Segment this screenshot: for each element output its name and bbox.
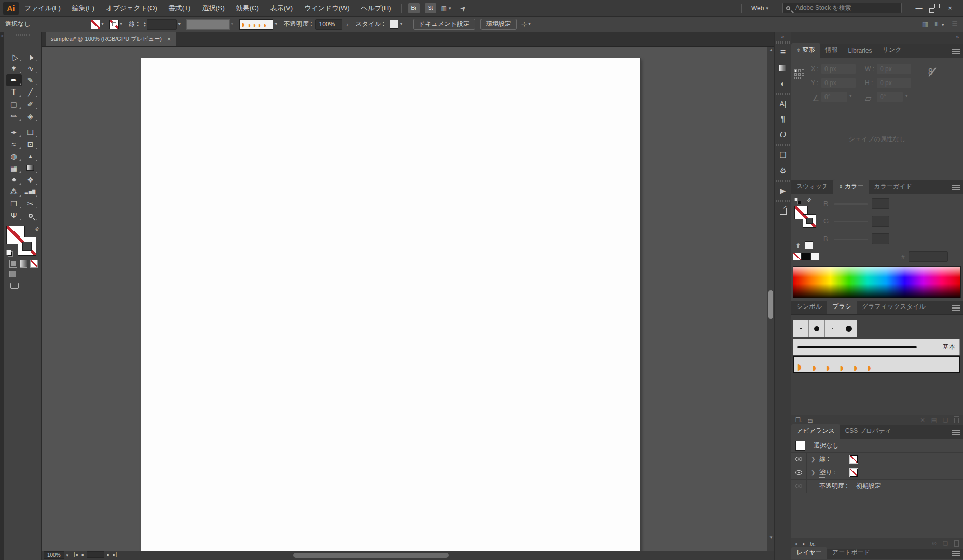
panel-menu-icon[interactable] <box>952 551 960 557</box>
add-effect-icon[interactable]: fx. <box>810 541 816 547</box>
tab-artboards[interactable]: アートボード <box>827 547 875 559</box>
opacity-input[interactable]: 100% <box>315 19 342 30</box>
tab-appearance[interactable]: アピアランス <box>791 424 840 439</box>
basic-brush-item[interactable]: 基本 <box>793 339 960 355</box>
clear-appearance-icon[interactable]: ⊘ <box>932 540 937 547</box>
paintbrush-tool[interactable]: ✐ <box>23 98 38 110</box>
swap-fill-stroke-icon[interactable]: ⇄ <box>33 225 40 232</box>
b-slider[interactable] <box>834 239 868 240</box>
expand-chevron-icon[interactable]: ❯ <box>811 470 815 475</box>
tab-color-guide[interactable]: カラーガイド <box>869 179 917 194</box>
gradient-mode-button[interactable] <box>20 260 27 268</box>
line-segment-tool[interactable]: ╱ <box>23 86 38 98</box>
panel-menu-icon[interactable] <box>952 430 960 436</box>
export-panel-icon[interactable]: ↗ <box>775 203 791 219</box>
stroke-none-chip[interactable] <box>850 455 858 463</box>
free-transform-tool[interactable]: ⊡ <box>23 138 38 150</box>
dock-options-icon[interactable]: ⊪▾ <box>934 20 945 28</box>
transparency-panel-icon[interactable]: ◐ <box>775 76 791 91</box>
duplicate-item-icon[interactable]: ❏ <box>943 540 948 547</box>
add-stroke-icon[interactable]: ▫ <box>795 541 797 547</box>
tab-links[interactable]: リンク <box>877 43 907 58</box>
menu-effect[interactable]: 効果(C) <box>230 0 265 16</box>
gpu-performance-icon[interactable]: ➤ <box>458 3 469 13</box>
stroke-weight-control[interactable]: ▴▾ ▾ <box>144 19 182 30</box>
direct-selection-tool[interactable]: ▲ <box>23 50 38 62</box>
collapse-toolbar-icon[interactable]: « <box>0 32 4 38</box>
stroke-none-swatch[interactable] <box>109 20 119 29</box>
brush-item[interactable] <box>809 320 825 337</box>
visibility-eye-icon[interactable] <box>795 470 802 475</box>
perspective-grid-tool[interactable]: ▲ <box>23 150 38 162</box>
workspace-switcher[interactable]: Web ▾ <box>746 5 774 12</box>
gradient-tool[interactable] <box>23 162 38 174</box>
add-fill-icon[interactable]: ▪ <box>803 541 805 547</box>
pencil-tool[interactable]: ✏ <box>6 110 22 122</box>
none-swatch[interactable] <box>793 253 802 260</box>
vertical-scrollbar[interactable]: ▲ ▼ <box>767 47 774 551</box>
tab-layers[interactable]: レイヤー <box>791 547 827 559</box>
out-of-gamut-icon[interactable]: ⬆ <box>795 242 801 249</box>
brush-item[interactable] <box>825 320 841 337</box>
libraries-panel-icon[interactable]: 🗀 <box>807 417 813 424</box>
magic-wand-tool[interactable]: ✶ <box>6 62 22 74</box>
pointer-options-dropdown[interactable]: ⊹ ▾ <box>521 20 532 28</box>
tab-symbols[interactable]: シンボル <box>791 300 827 314</box>
link-dimensions-icon[interactable]: 8 <box>928 67 933 76</box>
menu-select[interactable]: 選択(S) <box>196 0 230 16</box>
menu-help[interactable]: ヘルプ(H) <box>355 0 397 16</box>
document-tab[interactable]: sampleai* @ 100% (RGB/GPU プレビュー) × <box>46 32 176 46</box>
paragraph-panel-icon[interactable]: ¶ <box>775 111 791 127</box>
menu-object[interactable]: オブジェクト(O) <box>100 0 163 16</box>
appearance-fill-label[interactable]: 塗り : <box>819 468 835 478</box>
shape-builder-tool[interactable]: ◍ <box>6 150 22 162</box>
tab-info[interactable]: 情報 <box>820 43 843 58</box>
brush-definition-dropdown[interactable]: ◗◗◗◗◗ ▾ <box>239 19 279 30</box>
expand-dock-icon[interactable]: « <box>775 32 791 40</box>
menu-window[interactable]: ウィンドウ(W) <box>298 0 355 16</box>
draw-normal-button[interactable] <box>9 271 16 277</box>
character-panel-icon[interactable]: A| <box>775 96 791 111</box>
delete-brush-icon[interactable] <box>954 418 959 423</box>
stock-button[interactable]: St <box>425 3 436 13</box>
panel-menu-icon[interactable] <box>952 49 960 54</box>
tab-brushes[interactable]: ブラシ <box>827 300 857 314</box>
appearance-stroke-label[interactable]: 線 : <box>819 455 829 464</box>
color-stroke-swatch[interactable] <box>803 214 816 228</box>
x-input[interactable]: 0 px <box>821 64 856 74</box>
pen-tool[interactable]: ✒ <box>6 74 22 86</box>
delete-item-icon[interactable] <box>954 541 959 547</box>
rotate-input[interactable]: 0° <box>821 92 847 102</box>
tab-color[interactable]: ⇕カラー <box>833 179 869 194</box>
artboard-tool[interactable]: ❐ <box>6 198 22 209</box>
r-value-input[interactable] <box>872 198 889 209</box>
tab-swatches[interactable]: スウォッチ <box>791 179 833 194</box>
stroke-color-dropdown[interactable]: ▾ <box>109 20 124 29</box>
bridge-button[interactable]: Br <box>408 3 420 13</box>
new-brush-icon[interactable]: ❏ <box>943 417 948 424</box>
arrange-documents-button[interactable]: ▥ ▾ <box>441 5 451 12</box>
slice-tool[interactable]: ✂ <box>23 198 38 209</box>
color-spectrum[interactable] <box>793 266 961 298</box>
toolbar-grip[interactable] <box>16 34 30 36</box>
column-graph-tool[interactable]: ▂▅▇ <box>23 186 38 198</box>
black-swatch[interactable] <box>802 253 810 260</box>
stroke-panel-icon[interactable]: ≡ <box>775 45 791 60</box>
next-artboard-icon[interactable]: ▸ <box>107 552 110 557</box>
menu-file[interactable]: ファイル(F) <box>19 0 66 16</box>
gradient-panel-icon[interactable] <box>775 60 791 76</box>
appearance-fill-row[interactable]: ❯ 塗り : <box>791 466 963 480</box>
expand-chevron-icon[interactable]: ❯ <box>811 456 815 462</box>
symbols-panel-icon[interactable]: ❒ <box>775 147 791 163</box>
menu-view[interactable]: 表示(V) <box>265 0 298 16</box>
opacity-flyout-arrow[interactable]: › <box>347 21 349 27</box>
actions-panel-icon[interactable]: ⚙ <box>775 163 791 178</box>
list-icon[interactable]: ☰ <box>952 20 958 28</box>
tab-css-properties[interactable]: CSS プロパティ <box>840 424 897 439</box>
panel-menu-icon[interactable] <box>952 305 960 311</box>
type-tool[interactable]: T <box>6 86 22 98</box>
selection-tool[interactable]: △ <box>6 50 22 62</box>
white-swatch[interactable] <box>810 253 819 260</box>
brush-libraries-icon[interactable]: ❒. <box>795 417 802 424</box>
vertical-scroll-thumb[interactable] <box>768 290 773 319</box>
